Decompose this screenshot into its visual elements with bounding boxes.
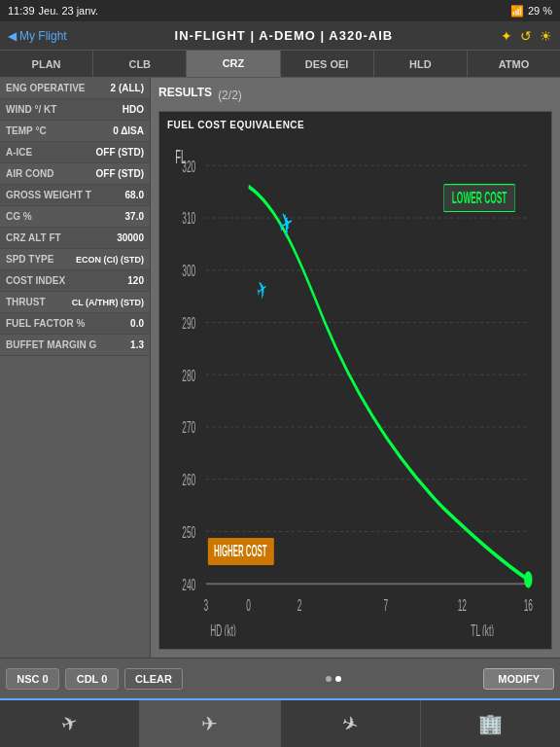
- row-aircond: AIR COND OFF (STD): [0, 163, 150, 185]
- svg-text:3: 3: [203, 596, 208, 615]
- svg-text:16: 16: [524, 596, 533, 615]
- dot-1: [326, 676, 332, 682]
- nav-item-takeoff[interactable]: ✈: [0, 700, 140, 747]
- battery-text: 29 %: [528, 5, 552, 17]
- svg-text:HIGHER COST: HIGHER COST: [214, 543, 267, 560]
- svg-text:12: 12: [458, 596, 467, 615]
- status-left: 11:39 Jeu. 23 janv.: [8, 5, 98, 17]
- nav-title: IN-FLIGHT | A-DEMO | A320-AIB: [75, 28, 493, 43]
- status-bar: 11:39 Jeu. 23 janv. 📶 29 %: [0, 0, 560, 21]
- back-label: My Flight: [19, 29, 67, 43]
- land-icon: ✈: [338, 710, 362, 737]
- back-button[interactable]: ◀ My Flight: [8, 29, 67, 43]
- svg-text:240: 240: [182, 575, 195, 593]
- row-eng-operative: ENG OPERATIVE 2 (ALL): [0, 78, 150, 99]
- back-chevron: ◀: [8, 29, 17, 43]
- takeoff-icon: ✈: [58, 710, 82, 737]
- cruise-icon: ✈: [201, 712, 218, 735]
- results-page: (2/2): [218, 89, 242, 102]
- chart-title: FUEL COST EQUIVALENCE: [167, 120, 543, 130]
- chart-svg: FL 320 310 300 290 280 270 260: [167, 134, 543, 636]
- cdl-button[interactable]: CDL 0: [65, 668, 119, 690]
- row-aice: A-ICE OFF (STD): [0, 142, 150, 163]
- left-panel: ENG OPERATIVE 2 (ALL) WIND °/ kt HDO TEM…: [0, 78, 151, 658]
- svg-text:290: 290: [182, 314, 195, 333]
- svg-text:LOWER COST: LOWER COST: [452, 189, 508, 207]
- dot-2: [335, 676, 341, 682]
- svg-text:HD (kt): HD (kt): [210, 622, 235, 636]
- nav-right: ✦ ↺ ☀: [501, 28, 552, 44]
- date: Jeu. 23 janv.: [39, 5, 99, 17]
- tab-atmo[interactable]: ATMO: [468, 51, 560, 77]
- refresh-icon[interactable]: ↺: [520, 28, 532, 44]
- svg-text:✈: ✈: [277, 202, 296, 245]
- tab-hld[interactable]: HLD: [374, 51, 468, 77]
- row-crz-alt: CRZ ALT ft 30000: [0, 228, 150, 249]
- clear-button[interactable]: CLEAR: [124, 668, 183, 690]
- svg-text:310: 310: [182, 209, 195, 228]
- chart-area: FL 320 310 300 290 280 270 260: [167, 134, 543, 636]
- svg-text:280: 280: [182, 366, 195, 384]
- tab-des-oei[interactable]: DES OEI: [281, 51, 374, 77]
- svg-text:0: 0: [246, 596, 251, 615]
- wifi-icon: 📶: [510, 5, 524, 18]
- gate-icon: 🏢: [478, 712, 503, 735]
- svg-text:300: 300: [182, 262, 195, 280]
- row-spd-type: SPD TYPE ECON (CI) (STD): [0, 249, 150, 270]
- svg-text:TL (kt): TL (kt): [471, 622, 494, 636]
- svg-text:✈: ✈: [255, 273, 269, 306]
- row-gross-weight: GROSS WEIGHT T 68.0: [0, 185, 150, 206]
- svg-text:320: 320: [182, 157, 195, 175]
- tabs-bar: PLAN CLB CRZ DES OEI HLD ATMO: [0, 51, 560, 78]
- results-header: RESULTS (2/2): [158, 86, 552, 105]
- row-wind: WIND °/ kt HDO: [0, 99, 150, 121]
- dot-indicator: [189, 676, 477, 682]
- tab-plan[interactable]: PLAN: [0, 51, 93, 77]
- modify-button[interactable]: MODIFY: [483, 668, 554, 690]
- sun-icon[interactable]: ☀: [540, 28, 552, 44]
- tab-clb[interactable]: CLB: [93, 51, 187, 77]
- right-panel: RESULTS (2/2) FUEL COST EQUIVALENCE FL 3…: [151, 78, 560, 658]
- chart-container: FUEL COST EQUIVALENCE FL 320 310 300 290…: [158, 111, 552, 650]
- nav-item-gate[interactable]: 🏢: [421, 700, 560, 747]
- top-nav: ◀ My Flight IN-FLIGHT | A-DEMO | A320-AI…: [0, 21, 560, 51]
- nsc-button[interactable]: NSC 0: [6, 668, 59, 690]
- star-icon[interactable]: ✦: [501, 28, 512, 44]
- bottom-buttons-bar: NSC 0 CDL 0 CLEAR MODIFY: [0, 658, 560, 698]
- svg-text:270: 270: [182, 418, 195, 437]
- svg-text:7: 7: [384, 596, 389, 615]
- svg-point-28: [524, 571, 532, 587]
- bottom-nav: ✈ ✈ ✈ 🏢: [0, 698, 560, 747]
- row-fuel-factor: FUEL FACTOR % 0.0: [0, 313, 150, 335]
- row-temp: TEMP °C 0 ΔISA: [0, 121, 150, 142]
- nav-item-land[interactable]: ✈: [281, 700, 421, 747]
- row-thrust: THRUST CL (A/THR) (STD): [0, 292, 150, 313]
- status-right: 📶 29 %: [510, 5, 552, 18]
- svg-text:250: 250: [182, 523, 195, 542]
- row-buffet-margin: BUFFET MARGIN g 1.3: [0, 335, 150, 356]
- row-cg: CG % 37.0: [0, 206, 150, 228]
- svg-text:2: 2: [298, 596, 302, 615]
- svg-text:260: 260: [182, 471, 195, 489]
- tab-crz[interactable]: CRZ: [187, 51, 280, 77]
- row-cost-index: COST INDEX 120: [0, 270, 150, 292]
- nav-item-cruise[interactable]: ✈: [140, 700, 280, 747]
- main-content: ENG OPERATIVE 2 (ALL) WIND °/ kt HDO TEM…: [0, 78, 560, 658]
- time: 11:39: [8, 5, 35, 17]
